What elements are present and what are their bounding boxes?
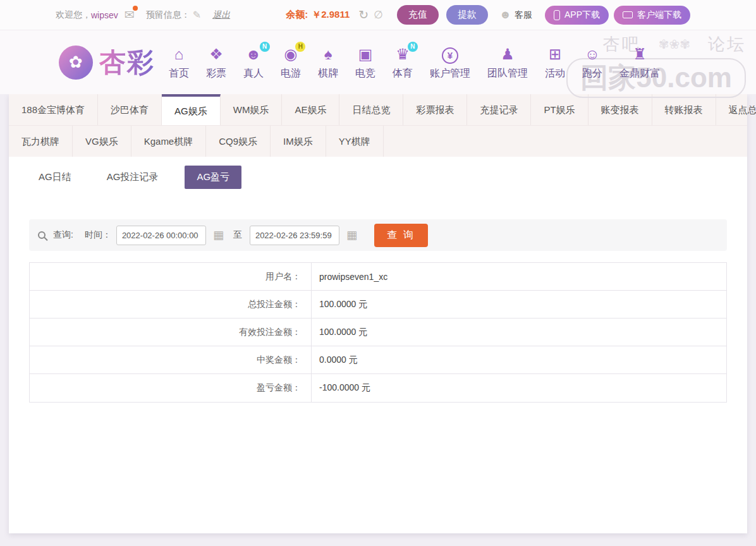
customer-service-link[interactable]: ☻客服: [499, 8, 532, 21]
nav-label: 体育: [393, 67, 413, 80]
tab-kgame-chess[interactable]: Kgame棋牌: [131, 126, 207, 157]
logout-link[interactable]: 退出: [212, 9, 230, 21]
mail-notification-dot: [133, 6, 138, 11]
nav-item-home[interactable]: ⌂ 首页: [169, 45, 189, 80]
watermark-right-text: 论坛: [708, 33, 746, 56]
tab-wali-chess[interactable]: 瓦力棋牌: [9, 126, 73, 157]
end-datetime-input[interactable]: [250, 226, 339, 245]
profit-loss-report-table: 用户名： prowipseven1_xc 总投注金额： 100.0000 元 有…: [29, 262, 727, 403]
tab-row-2: 瓦力棋牌 VG娱乐 Kgame棋牌 CQ9娱乐 IM娱乐 YY棋牌: [9, 126, 747, 157]
nav-item-paofen[interactable]: ☺ 跑分: [582, 45, 602, 80]
app-download-label: APP下载: [564, 9, 600, 21]
flourish-ornament: ✾❀✾: [659, 37, 690, 52]
tab-ag-entertainment[interactable]: AG娱乐: [162, 94, 221, 125]
tab-deposit-withdraw-records[interactable]: 充提记录: [467, 94, 531, 125]
recharge-button[interactable]: 充值: [397, 5, 439, 25]
tab-yy-chess[interactable]: YY棋牌: [326, 126, 384, 157]
gamepad-icon: ◉H: [284, 45, 298, 64]
calendar-icon[interactable]: ▦: [213, 228, 224, 242]
tab-pt-entertainment[interactable]: PT娱乐: [531, 94, 588, 125]
withdraw-button[interactable]: 提款: [446, 5, 488, 25]
nav-label: 棋牌: [318, 67, 338, 80]
tab-account-change-report[interactable]: 账变报表: [588, 94, 652, 125]
tab-ae-entertainment[interactable]: AE娱乐: [282, 94, 339, 125]
table-row: 总投注金额： 100.0000 元: [30, 291, 726, 318]
query-bar: 查询: 时间： ▦ 至 ▦ 查 询: [29, 219, 727, 251]
row-value-username: prowipseven1_xc: [312, 263, 387, 290]
tab-vg-entertainment[interactable]: VG娱乐: [73, 126, 131, 157]
site-logo[interactable]: ✿ 杏彩: [59, 45, 155, 80]
nav-item-jinding-wealth[interactable]: ♜ 金鼎财富: [619, 45, 660, 80]
username: wipsev: [91, 10, 118, 20]
edit-icon[interactable]: ✎: [193, 9, 201, 21]
row-label-winnings: 中奖金额：: [30, 346, 312, 373]
row-label-valid-bet: 有效投注金额：: [30, 318, 312, 346]
header: ✿ 杏彩 ⌂ 首页 ❖ 彩票 ☻N 真人 ◉H 电游 ♠ 棋牌 ▣ 电竞 ♛N …: [0, 30, 756, 94]
nav-label: 真人: [243, 67, 264, 80]
subtab-ag-bet-records[interactable]: AG投注记录: [98, 166, 168, 189]
query-submit-button[interactable]: 查 询: [374, 224, 428, 247]
nav-item-esports[interactable]: ▣ 电竞: [355, 45, 375, 80]
row-value-total-bet: 100.0000 元: [312, 291, 367, 318]
nav-item-activities[interactable]: ⊞ 活动: [545, 45, 565, 80]
headset-icon: ☻: [499, 8, 511, 21]
tab-daily-summary[interactable]: 日结总览: [339, 94, 403, 125]
nav-label: 金鼎财富: [619, 67, 660, 80]
runner-icon: ☺: [585, 45, 601, 64]
new-badge: N: [408, 42, 418, 52]
hot-badge: H: [295, 42, 305, 52]
tab-im-entertainment[interactable]: IM娱乐: [271, 126, 326, 157]
calendar-icon[interactable]: ▦: [346, 228, 357, 242]
start-datetime-input[interactable]: [116, 226, 206, 245]
customer-service-label: 客服: [515, 9, 532, 21]
monitor-icon: [623, 11, 633, 18]
tab-cq9-entertainment[interactable]: CQ9娱乐: [206, 126, 271, 157]
nav-item-boardgames[interactable]: ♠ 棋牌: [318, 45, 338, 80]
nav-item-team-management[interactable]: ♟ 团队管理: [487, 45, 528, 80]
main-nav: ⌂ 首页 ❖ 彩票 ☻N 真人 ◉H 电游 ♠ 棋牌 ▣ 电竞 ♛N 体育 ¥: [169, 45, 660, 80]
client-download-label: 客户端下载: [637, 9, 681, 21]
app-download-button[interactable]: APP下载: [545, 6, 609, 25]
subtab-ag-daily[interactable]: AG日结: [30, 166, 80, 189]
subtab-ag-profit-loss[interactable]: AG盈亏: [185, 166, 241, 189]
nav-label: 电竞: [355, 67, 375, 80]
nav-item-lottery[interactable]: ❖ 彩票: [206, 45, 226, 80]
nav-item-egames[interactable]: ◉H 电游: [281, 45, 301, 80]
nav-item-sports[interactable]: ♛N 体育: [393, 45, 413, 80]
trophy-icon: ♛N: [396, 45, 410, 64]
cards-icon: ♠: [324, 45, 332, 64]
row-label-total-bet: 总投注金额：: [30, 291, 312, 318]
hide-balance-icon[interactable]: ∅: [374, 8, 383, 21]
query-label: 查询:: [53, 229, 73, 241]
new-badge: N: [260, 42, 270, 52]
search-icon: [38, 231, 46, 239]
report-tabs: 188金宝博体育 沙巴体育 AG娱乐 WM娱乐 AE娱乐 日结总览 彩票报表 充…: [9, 94, 747, 157]
balance-value: ￥2.9811: [312, 9, 350, 21]
refresh-balance-icon[interactable]: ↻: [358, 8, 369, 22]
row-label-profit-loss: 盈亏金额：: [30, 374, 312, 402]
row-label-username: 用户名：: [30, 263, 312, 290]
welcome-text: 欢迎您，: [56, 9, 91, 21]
client-download-button[interactable]: 客户端下载: [614, 6, 690, 25]
nav-item-live-casino[interactable]: ☻N 真人: [243, 45, 264, 80]
nav-label: 彩票: [206, 67, 226, 80]
nav-item-account-management[interactable]: ¥ 账户管理: [430, 47, 470, 80]
home-icon: ⌂: [174, 45, 184, 64]
nav-label: 电游: [281, 67, 301, 80]
nav-label: 首页: [169, 67, 189, 80]
nav-label: 账户管理: [430, 67, 470, 80]
tab-transfer-report[interactable]: 转账报表: [652, 94, 716, 125]
tab-188-sports[interactable]: 188金宝博体育: [9, 94, 98, 125]
to-label: 至: [233, 229, 242, 241]
phone-icon: [554, 10, 560, 20]
mail-icon[interactable]: ✉: [125, 8, 135, 22]
tab-lottery-report[interactable]: 彩票报表: [403, 94, 467, 125]
tab-rebate-total[interactable]: 返点总额: [716, 94, 756, 125]
tab-shaba-sports[interactable]: 沙巴体育: [98, 94, 162, 125]
row-value-winnings: 0.0000 元: [312, 346, 358, 373]
table-row: 有效投注金额： 100.0000 元: [30, 318, 726, 346]
tab-wm-entertainment[interactable]: WM娱乐: [221, 94, 283, 125]
gift-icon: ⊞: [549, 45, 561, 64]
table-row: 中奖金额： 0.0000 元: [30, 346, 726, 374]
main-panel: 188金宝博体育 沙巴体育 AG娱乐 WM娱乐 AE娱乐 日结总览 彩票报表 充…: [9, 94, 747, 533]
